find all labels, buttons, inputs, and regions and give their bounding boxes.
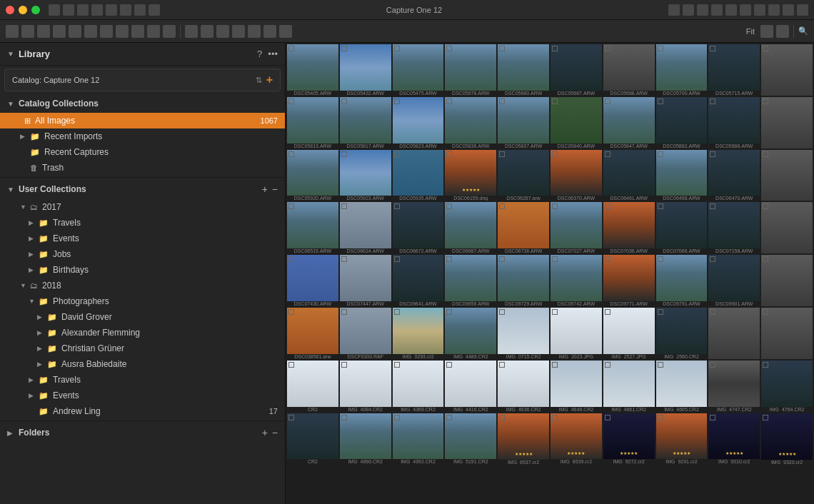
tool-8[interactable] [116, 25, 129, 38]
toolbar-right-6[interactable] [740, 4, 751, 16]
thumbnail-checkbox[interactable] [446, 151, 452, 157]
thumbnail-item[interactable]: DSC06287.arw [498, 150, 549, 201]
thumbnail-item[interactable] [761, 255, 813, 306]
toolbar-icon-8[interactable] [149, 4, 160, 16]
thumbnail-checkbox[interactable] [499, 256, 505, 262]
toolbar-icon-1[interactable] [49, 4, 60, 16]
thumbnail-checkbox[interactable] [763, 151, 768, 157]
thumbnail-checkbox[interactable] [341, 46, 347, 51]
tool-18[interactable] [279, 25, 292, 38]
thumbnail-checkbox[interactable] [605, 415, 610, 420]
thumbnail-item[interactable]: DSC07066.ARW [656, 202, 708, 253]
thumbnail-checkbox[interactable] [763, 46, 768, 51]
thumbnail-item[interactable]: DSC05847.ARW [603, 97, 655, 148]
thumbnail-item[interactable]: DSC038561.arw [287, 308, 338, 359]
thumbnail-item[interactable]: ★★★★★IMG_9310.cr2 [708, 413, 760, 465]
thumbnail-checkbox[interactable] [446, 415, 452, 420]
thumbnail-checkbox[interactable] [605, 203, 610, 209]
thumbnail-checkbox[interactable] [499, 99, 505, 104]
toolbar-right-7[interactable] [754, 4, 765, 16]
toolbar-icon-5[interactable] [106, 4, 117, 16]
thumbnail-item[interactable]: DSC05817.ARW [340, 97, 391, 148]
tool-16[interactable] [248, 25, 261, 38]
thumbnail-checkbox[interactable] [394, 203, 400, 209]
thumbnail-checkbox[interactable] [288, 256, 294, 262]
thumbnail-item[interactable]: DSC06687.ARW [445, 202, 496, 253]
thumbnail-item[interactable]: DSC05935.ARW [393, 150, 444, 201]
ausra-babiedaite-item[interactable]: ▶ 📁 Ausra Babiedaite [0, 356, 285, 372]
thumbnail-item[interactable]: DSC09742.ARW [551, 255, 602, 306]
toolbar-icon-7[interactable] [134, 4, 146, 16]
thumbnail-item[interactable]: DSC05688.ARW [603, 44, 655, 96]
thumbnail-checkbox[interactable] [288, 151, 294, 157]
toolbar-right-2[interactable] [683, 4, 694, 16]
thumbnail-checkbox[interactable] [552, 256, 558, 262]
thumbnail-item[interactable]: DSC05687.ARW [551, 44, 602, 96]
thumbnail-checkbox[interactable] [341, 309, 347, 315]
catalog-selector[interactable]: Catalog: Capture One 12 ⇅ + [4, 69, 281, 91]
thumbnail-checkbox[interactable] [499, 203, 505, 209]
thumbnail-item[interactable]: DSC06461.ARW [603, 150, 655, 201]
thumbnail-item[interactable] [761, 44, 813, 96]
thumbnail-checkbox[interactable] [658, 203, 663, 209]
library-help-icon[interactable]: ? [257, 49, 262, 59]
thumbnail-item[interactable]: DSC06470.ARW [708, 150, 760, 201]
thumbnail-item[interactable]: ★★★★★IMG_9320.cr2 [761, 413, 813, 465]
thumbnail-checkbox[interactable] [763, 415, 768, 420]
thumbnail-item[interactable]: DSC05882.ARW [656, 97, 708, 148]
thumbnail-checkbox[interactable] [552, 362, 558, 368]
jobs-item[interactable]: ▶ 📁 Jobs [0, 246, 285, 262]
thumbnail-item[interactable]: IMG_4747.CR2 [708, 361, 760, 412]
thumbnail-item[interactable]: DSC05923.ARW [340, 150, 391, 201]
thumbnail-item[interactable]: ★★★★★IMG_9272.cr2 [603, 413, 655, 465]
thumbnail-item[interactable]: DSC09901.ARW [708, 255, 760, 306]
thumbnail-item[interactable]: IMG_4416.CR2 [445, 361, 496, 412]
thumbnail-item[interactable]: DSC05678.ARW [445, 44, 496, 96]
thumbnail-item[interactable]: IMG_4661.CR2 [603, 361, 655, 412]
thumbnail-checkbox[interactable] [605, 309, 610, 315]
tool-15[interactable] [232, 25, 245, 38]
thumbnail-checkbox[interactable] [658, 309, 663, 315]
user-collections-remove-icon[interactable]: − [272, 183, 278, 195]
thumbnail-checkbox[interactable] [341, 256, 347, 262]
thumbnail-checkbox[interactable] [552, 46, 558, 51]
thumbnail-item[interactable]: DSC07158.ARW [708, 202, 760, 253]
thumbnail-checkbox[interactable] [499, 309, 505, 315]
thumbnail-item[interactable]: DSCF0300.RAF [340, 308, 391, 359]
toolbar-right-10[interactable] [797, 4, 808, 16]
tool-4[interactable] [53, 25, 66, 38]
thumbnail-checkbox[interactable] [605, 99, 610, 104]
thumbnail-item[interactable]: DSC07027.ARW [551, 202, 602, 253]
tool-2[interactable] [21, 25, 34, 38]
thumbnail-checkbox[interactable] [394, 256, 400, 262]
thumbnail-checkbox[interactable] [446, 203, 452, 209]
thumbnail-item[interactable]: DSC05888.ARW [708, 97, 760, 148]
thumbnail-checkbox[interactable] [552, 203, 558, 209]
thumbnail-checkbox[interactable] [658, 46, 663, 51]
thumbnail-checkbox[interactable] [605, 362, 610, 368]
thumbnail-item[interactable]: DSC07036.ARW [603, 202, 655, 253]
thumbnail-item[interactable]: ★★★★★IMG_8537.cr2 [498, 413, 549, 465]
toolbar-icon-4[interactable] [91, 4, 103, 16]
thumbnail-checkbox[interactable] [341, 362, 347, 368]
thumbnail-checkbox[interactable] [394, 362, 400, 368]
trash-item[interactable]: 🗑 Trash [0, 160, 285, 176]
toolbar-right-3[interactable] [697, 4, 708, 16]
thumbnail-checkbox[interactable] [394, 46, 400, 51]
thumbnail-checkbox[interactable] [763, 203, 768, 209]
thumbnail-item[interactable]: IMG_4649.CR2 [551, 361, 602, 412]
thumbnail-checkbox[interactable] [552, 151, 558, 157]
thumbnail-checkbox[interactable] [288, 203, 294, 209]
thumbnail-item[interactable]: IMG_5191.CR2 [445, 413, 496, 465]
library-header[interactable]: ▼ Library ? ••• [0, 43, 285, 66]
folders-remove-icon[interactable]: − [272, 427, 278, 438]
toolbar-right-4[interactable] [711, 4, 723, 16]
thumbnail-item[interactable]: DSC06468.ARW [656, 150, 708, 201]
thumbnail-item[interactable]: DSC05836.ARW [445, 97, 496, 148]
minimize-button[interactable] [19, 6, 27, 14]
library-menu-icon[interactable]: ••• [268, 49, 278, 59]
catalog-collections-header[interactable]: ▼ Catalog Collections [0, 94, 285, 113]
thumbnail-item[interactable]: ★★★★★IMG_8539.cr2 [551, 413, 602, 465]
thumbnail-checkbox[interactable] [288, 46, 294, 51]
thumbnail-checkbox[interactable] [446, 46, 452, 51]
